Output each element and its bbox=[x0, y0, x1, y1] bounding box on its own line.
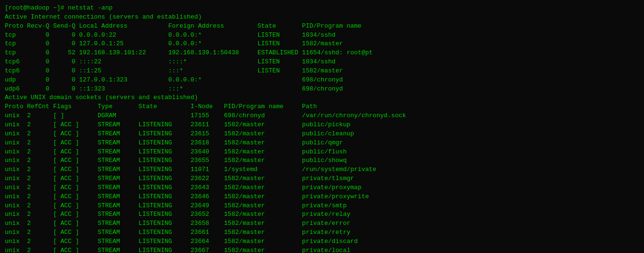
output-line: unix 2 [ ACC ] STREAM LISTENING 23643 15… bbox=[5, 183, 639, 192]
output-line: unix 2 [ ACC ] STREAM LISTENING 23664 15… bbox=[5, 237, 639, 246]
command-prompt: [root@hadoop ~]# netstat -anp bbox=[5, 4, 639, 13]
output-line: tcp6 0 0 ::1:25 :::* LISTEN 1582/master bbox=[5, 67, 639, 76]
output-line: unix 2 [ ACC ] STREAM LISTENING 23622 15… bbox=[5, 174, 639, 183]
output-line: tcp6 0 0 ::::22 ::::* LISTEN 1034/sshd bbox=[5, 58, 639, 67]
output-line: unix 2 [ ACC ] STREAM LISTENING 23649 15… bbox=[5, 202, 639, 211]
output-line: unix 2 [ ACC ] STREAM LISTENING 23667 15… bbox=[5, 246, 639, 253]
output-line: Active Internet connections (servers and… bbox=[5, 13, 639, 22]
terminal-window: [root@hadoop ~]# netstat -anp Active Int… bbox=[0, 0, 644, 253]
output-line: unix 2 [ ACC ] STREAM LISTENING 23618 15… bbox=[5, 139, 639, 148]
output-container: Active Internet connections (servers and… bbox=[5, 13, 639, 253]
output-line: unix 2 [ ] DGRAM 17155 698/chronyd /var/… bbox=[5, 111, 639, 121]
output-line: unix 2 [ ACC ] STREAM LISTENING 23611 15… bbox=[5, 121, 639, 130]
output-line: unix 2 [ ACC ] STREAM LISTENING 23640 15… bbox=[5, 148, 639, 157]
output-line: Proto Recv-Q Send-Q Local Address Foreig… bbox=[5, 22, 639, 31]
output-line: unix 2 [ ACC ] STREAM LISTENING 23661 15… bbox=[5, 228, 639, 237]
output-line: tcp 0 52 192.168.139.101:22 192.168.139.… bbox=[5, 49, 639, 58]
output-line: tcp 0 0 127.0.0.1:25 0.0.0.0:* LISTEN 15… bbox=[5, 40, 639, 49]
output-line: unix 2 [ ACC ] STREAM LISTENING 23655 15… bbox=[5, 156, 639, 165]
output-line: unix 2 [ ACC ] STREAM LISTENING 23646 15… bbox=[5, 192, 639, 202]
output-line: unix 2 [ ACC ] STREAM LISTENING 23615 15… bbox=[5, 130, 639, 139]
output-line: Proto RefCnt Flags Type State I-Node PID… bbox=[5, 102, 639, 111]
output-line: unix 2 [ ACC ] STREAM LISTENING 23658 15… bbox=[5, 219, 639, 228]
output-line: unix 2 [ ACC ] STREAM LISTENING 11071 1/… bbox=[5, 165, 639, 174]
output-line: unix 2 [ ACC ] STREAM LISTENING 23652 15… bbox=[5, 210, 639, 219]
output-line: tcp 0 0 0.0.0.0:22 0.0.0.0:* LISTEN 1034… bbox=[5, 31, 639, 40]
output-line: udp6 0 0 ::1:323 :::* 698/chronyd bbox=[5, 85, 639, 94]
output-line: Active UNIX domain sockets (servers and … bbox=[5, 93, 639, 102]
output-line: udp 0 0 127.0.0.1:323 0.0.0.0:* 698/chro… bbox=[5, 76, 639, 85]
